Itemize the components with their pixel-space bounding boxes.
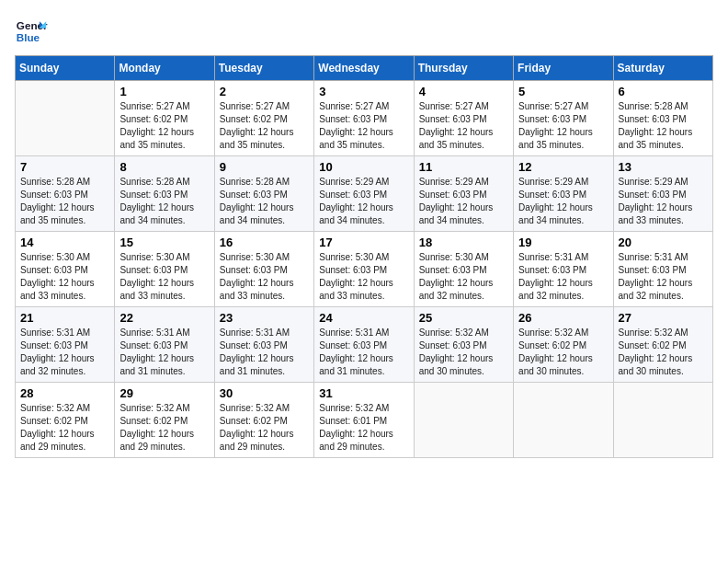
day-info: Sunrise: 5:27 AMSunset: 6:02 PMDaylight:… — [220, 100, 309, 152]
calendar-cell: 20Sunrise: 5:31 AMSunset: 6:03 PMDayligh… — [613, 232, 712, 307]
day-info: Sunrise: 5:27 AMSunset: 6:03 PMDaylight:… — [518, 100, 608, 152]
day-number: 28 — [20, 386, 109, 400]
day-info: Sunrise: 5:30 AMSunset: 6:03 PMDaylight:… — [419, 251, 508, 303]
weekday-header-saturday: Saturday — [613, 56, 712, 81]
calendar-cell: 26Sunrise: 5:32 AMSunset: 6:02 PMDayligh… — [514, 307, 613, 383]
day-number: 19 — [518, 236, 608, 249]
day-number: 7 — [20, 160, 109, 174]
day-number: 26 — [518, 311, 608, 325]
day-info: Sunrise: 5:28 AMSunset: 6:03 PMDaylight:… — [220, 176, 309, 227]
calendar-cell: 30Sunrise: 5:32 AMSunset: 6:02 PMDayligh… — [214, 383, 313, 458]
weekday-header-tuesday: Tuesday — [214, 56, 313, 81]
calendar-cell — [613, 383, 712, 458]
calendar-cell: 31Sunrise: 5:32 AMSunset: 6:01 PMDayligh… — [314, 383, 414, 458]
day-info: Sunrise: 5:31 AMSunset: 6:03 PMDaylight:… — [119, 327, 209, 378]
calendar-cell: 12Sunrise: 5:29 AMSunset: 6:03 PMDayligh… — [514, 156, 613, 232]
day-number: 24 — [319, 311, 408, 325]
day-info: Sunrise: 5:32 AMSunset: 6:03 PMDaylight:… — [419, 327, 508, 378]
logo: General Blue — [15, 15, 48, 48]
day-number: 31 — [319, 386, 408, 400]
day-info: Sunrise: 5:32 AMSunset: 6:02 PMDaylight:… — [220, 402, 309, 454]
calendar-cell: 10Sunrise: 5:29 AMSunset: 6:03 PMDayligh… — [314, 156, 414, 232]
calendar-cell: 21Sunrise: 5:31 AMSunset: 6:03 PMDayligh… — [16, 307, 115, 383]
calendar-cell: 3Sunrise: 5:27 AMSunset: 6:03 PMDaylight… — [314, 81, 414, 156]
day-number: 6 — [619, 85, 708, 98]
calendar-cell: 9Sunrise: 5:28 AMSunset: 6:03 PMDaylight… — [214, 156, 313, 232]
calendar-cell — [16, 81, 115, 156]
day-number: 29 — [119, 386, 209, 400]
calendar-cell: 19Sunrise: 5:31 AMSunset: 6:03 PMDayligh… — [514, 232, 613, 307]
day-info: Sunrise: 5:32 AMSunset: 6:02 PMDaylight:… — [119, 402, 209, 454]
calendar-cell: 8Sunrise: 5:28 AMSunset: 6:03 PMDaylight… — [115, 156, 214, 232]
weekday-header-monday: Monday — [115, 56, 214, 81]
day-info: Sunrise: 5:30 AMSunset: 6:03 PMDaylight:… — [20, 251, 109, 303]
day-number: 9 — [220, 160, 309, 174]
calendar-cell: 22Sunrise: 5:31 AMSunset: 6:03 PMDayligh… — [115, 307, 214, 383]
day-info: Sunrise: 5:32 AMSunset: 6:02 PMDaylight:… — [518, 327, 608, 378]
day-info: Sunrise: 5:31 AMSunset: 6:03 PMDaylight:… — [518, 251, 608, 303]
day-number: 10 — [319, 160, 408, 174]
calendar-cell: 23Sunrise: 5:31 AMSunset: 6:03 PMDayligh… — [214, 307, 313, 383]
calendar-cell: 29Sunrise: 5:32 AMSunset: 6:02 PMDayligh… — [115, 383, 214, 458]
day-info: Sunrise: 5:32 AMSunset: 6:02 PMDaylight:… — [20, 402, 109, 454]
day-number: 25 — [419, 311, 508, 325]
day-info: Sunrise: 5:30 AMSunset: 6:03 PMDaylight:… — [220, 251, 309, 303]
calendar-cell — [514, 383, 613, 458]
calendar-week-row: 14Sunrise: 5:30 AMSunset: 6:03 PMDayligh… — [16, 232, 713, 307]
calendar-week-row: 28Sunrise: 5:32 AMSunset: 6:02 PMDayligh… — [16, 383, 713, 458]
calendar-week-row: 1Sunrise: 5:27 AMSunset: 6:02 PMDaylight… — [16, 81, 713, 156]
day-number: 21 — [20, 311, 109, 325]
day-number: 5 — [518, 85, 608, 98]
calendar-cell: 15Sunrise: 5:30 AMSunset: 6:03 PMDayligh… — [115, 232, 214, 307]
day-info: Sunrise: 5:32 AMSunset: 6:02 PMDaylight:… — [619, 327, 708, 378]
day-info: Sunrise: 5:29 AMSunset: 6:03 PMDaylight:… — [419, 176, 508, 227]
day-info: Sunrise: 5:29 AMSunset: 6:03 PMDaylight:… — [319, 176, 408, 227]
day-info: Sunrise: 5:31 AMSunset: 6:03 PMDaylight:… — [319, 327, 408, 378]
day-info: Sunrise: 5:28 AMSunset: 6:03 PMDaylight:… — [20, 176, 109, 227]
calendar-week-row: 7Sunrise: 5:28 AMSunset: 6:03 PMDaylight… — [16, 156, 713, 232]
calendar-cell: 28Sunrise: 5:32 AMSunset: 6:02 PMDayligh… — [16, 383, 115, 458]
day-info: Sunrise: 5:31 AMSunset: 6:03 PMDaylight:… — [220, 327, 309, 378]
day-info: Sunrise: 5:27 AMSunset: 6:03 PMDaylight:… — [319, 100, 408, 152]
day-number: 23 — [220, 311, 309, 325]
day-number: 30 — [220, 386, 309, 400]
calendar-cell: 7Sunrise: 5:28 AMSunset: 6:03 PMDaylight… — [16, 156, 115, 232]
day-number: 22 — [119, 311, 209, 325]
calendar-cell: 14Sunrise: 5:30 AMSunset: 6:03 PMDayligh… — [16, 232, 115, 307]
logo-icon: General Blue — [15, 15, 48, 48]
day-number: 14 — [20, 236, 109, 249]
day-info: Sunrise: 5:27 AMSunset: 6:03 PMDaylight:… — [419, 100, 508, 152]
day-info: Sunrise: 5:28 AMSunset: 6:03 PMDaylight:… — [619, 100, 708, 152]
calendar-cell: 13Sunrise: 5:29 AMSunset: 6:03 PMDayligh… — [613, 156, 712, 232]
day-info: Sunrise: 5:32 AMSunset: 6:01 PMDaylight:… — [319, 402, 408, 454]
calendar-cell: 1Sunrise: 5:27 AMSunset: 6:02 PMDaylight… — [115, 81, 214, 156]
day-info: Sunrise: 5:30 AMSunset: 6:03 PMDaylight:… — [119, 251, 209, 303]
calendar-cell: 5Sunrise: 5:27 AMSunset: 6:03 PMDaylight… — [514, 81, 613, 156]
calendar-cell: 6Sunrise: 5:28 AMSunset: 6:03 PMDaylight… — [613, 81, 712, 156]
calendar-table: SundayMondayTuesdayWednesdayThursdayFrid… — [15, 55, 713, 458]
calendar-cell: 24Sunrise: 5:31 AMSunset: 6:03 PMDayligh… — [314, 307, 414, 383]
weekday-header-sunday: Sunday — [16, 56, 115, 81]
day-info: Sunrise: 5:29 AMSunset: 6:03 PMDaylight:… — [518, 176, 608, 227]
day-info: Sunrise: 5:29 AMSunset: 6:03 PMDaylight:… — [619, 176, 708, 227]
calendar-cell: 27Sunrise: 5:32 AMSunset: 6:02 PMDayligh… — [613, 307, 712, 383]
day-number: 11 — [419, 160, 508, 174]
day-number: 27 — [619, 311, 708, 325]
svg-text:Blue: Blue — [17, 31, 40, 43]
calendar-cell: 11Sunrise: 5:29 AMSunset: 6:03 PMDayligh… — [414, 156, 513, 232]
day-number: 16 — [220, 236, 309, 249]
day-info: Sunrise: 5:28 AMSunset: 6:03 PMDaylight:… — [119, 176, 209, 227]
day-info: Sunrise: 5:30 AMSunset: 6:03 PMDaylight:… — [319, 251, 408, 303]
calendar-cell: 2Sunrise: 5:27 AMSunset: 6:02 PMDaylight… — [214, 81, 313, 156]
day-number: 3 — [319, 85, 408, 98]
day-number: 4 — [419, 85, 508, 98]
day-number: 1 — [119, 85, 209, 98]
day-number: 18 — [419, 236, 508, 249]
weekday-header-wednesday: Wednesday — [314, 56, 414, 81]
calendar-cell: 25Sunrise: 5:32 AMSunset: 6:03 PMDayligh… — [414, 307, 513, 383]
day-info: Sunrise: 5:27 AMSunset: 6:02 PMDaylight:… — [119, 100, 209, 152]
day-info: Sunrise: 5:31 AMSunset: 6:03 PMDaylight:… — [20, 327, 109, 378]
calendar-cell: 18Sunrise: 5:30 AMSunset: 6:03 PMDayligh… — [414, 232, 513, 307]
page-header: General Blue — [15, 15, 713, 48]
calendar-cell: 4Sunrise: 5:27 AMSunset: 6:03 PMDaylight… — [414, 81, 513, 156]
